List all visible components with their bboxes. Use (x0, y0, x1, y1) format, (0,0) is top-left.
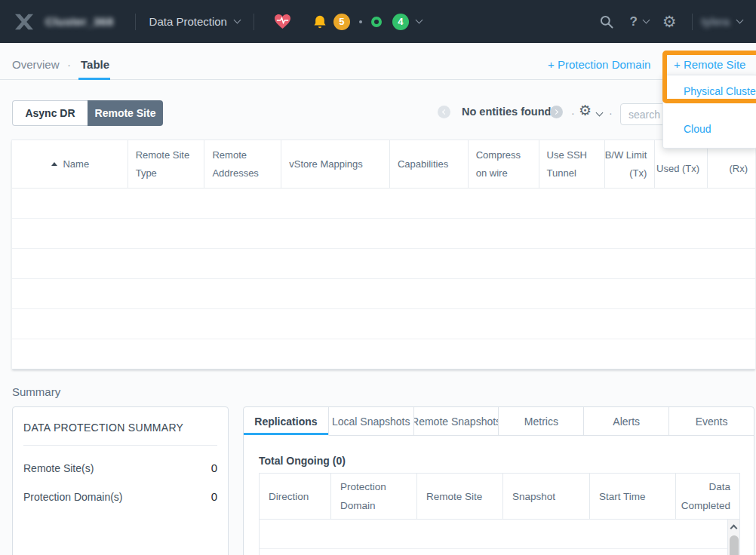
replications-table: Direction Protection Domain Remote Site … (259, 473, 740, 555)
chevron-right-icon (553, 109, 558, 115)
column-label-line: Type (136, 164, 197, 182)
async-dr-button[interactable]: Async DR (12, 100, 88, 126)
settings-gear-icon[interactable]: ⚙ (662, 14, 677, 29)
column-label-line: Completed (681, 496, 730, 515)
summary-row-value: 0 (211, 490, 217, 503)
column-header-capabilities[interactable]: Capabilities (389, 140, 468, 188)
summary-divider (23, 445, 217, 446)
active-tab-underline (78, 78, 110, 80)
chevron-down-icon[interactable] (596, 109, 604, 117)
column-label: (Rx) (729, 160, 748, 178)
dot-separator: · (609, 107, 613, 119)
column-header-start-time[interactable]: Start Time (590, 474, 676, 519)
tab-table[interactable]: Table (81, 58, 109, 71)
column-header-compress-on-wire[interactable]: Compress on wire (468, 140, 539, 188)
table-row (12, 249, 755, 279)
view-subnav: Overview · Table + Protection Domain + R… (0, 43, 756, 80)
section-menu[interactable]: Data Protection (149, 15, 240, 28)
tasks-ring-icon[interactable] (371, 17, 382, 27)
replications-header-row: Direction Protection Domain Remote Site … (260, 474, 739, 519)
column-label-line: Remote (212, 146, 273, 164)
menu-item-cloud[interactable]: Cloud (684, 123, 711, 135)
tab-replications[interactable]: Replications (244, 407, 329, 436)
alerts-count-badge[interactable]: 5 (333, 14, 350, 30)
table-row (12, 309, 755, 339)
navbar-divider (135, 14, 136, 30)
row-separator (260, 548, 727, 549)
next-page-button[interactable] (550, 106, 563, 118)
tab-metrics[interactable]: Metrics (499, 407, 584, 436)
chevron-down-icon[interactable] (642, 17, 650, 24)
dot-separator (359, 20, 362, 23)
empty-rows-area (260, 520, 727, 555)
column-header-data-completed[interactable]: Data Completed (676, 474, 739, 519)
remote-site-dropdown-menu: Physical Cluster Cloud (662, 75, 756, 149)
column-label-line: Use SSH (547, 146, 598, 164)
column-label-line: Remote Site (136, 146, 197, 164)
column-label: vStore Mappings (289, 155, 382, 173)
column-label-line: B/W Limit (605, 146, 647, 164)
table-settings-gear-icon[interactable]: ⚙ (579, 103, 592, 118)
column-header-direction[interactable]: Direction (260, 474, 331, 519)
column-header-vstore-mappings[interactable]: vStore Mappings (281, 140, 389, 188)
tasks-count-badge[interactable]: 4 (392, 14, 409, 30)
summary-row-remote-sites: Remote Site(s) 0 (23, 461, 217, 474)
column-header-remote-site[interactable]: Remote Site (417, 474, 503, 519)
search-icon[interactable] (599, 14, 614, 29)
data-protection-summary-card: DATA PROTECTION SUMMARY Remote Site(s) 0… (12, 406, 229, 555)
tab-remote-snapshots[interactable]: Remote Snapshots (414, 407, 499, 436)
health-heart-icon[interactable] (274, 14, 291, 29)
chevron-down-icon[interactable] (736, 17, 744, 24)
dot-separator: · (67, 58, 71, 71)
column-label-line: Domain (340, 496, 407, 515)
column-label: Capabilities (398, 155, 460, 173)
scroll-up-icon[interactable] (730, 525, 738, 532)
entities-status-text: No entities found (462, 106, 551, 118)
column-header-name[interactable]: Name (12, 140, 128, 188)
column-label: Snapshot (512, 487, 580, 506)
column-label-line: Protection (340, 477, 407, 496)
tab-alerts[interactable]: Alerts (584, 407, 669, 436)
summary-row-protection-domains: Protection Domain(s) 0 (23, 490, 217, 503)
prev-page-button[interactable] (438, 106, 450, 118)
chevron-down-icon (234, 17, 241, 24)
dr-type-segmented-control: Async DR Remote Site (12, 100, 163, 126)
column-label: Start Time (599, 487, 666, 506)
column-header-remote-addresses[interactable]: Remote Addresses (204, 140, 281, 188)
column-label-line: Data (708, 477, 730, 496)
column-label-line: Addresses (212, 164, 273, 182)
table-row (12, 189, 755, 219)
data-protection-page: Cluster_368 Data Protection 5 4 (0, 0, 756, 555)
nutanix-logo-icon[interactable] (14, 13, 35, 31)
summary-card-title: DATA PROTECTION SUMMARY (23, 422, 217, 434)
section-menu-label: Data Protection (149, 15, 227, 28)
alerts-bell-icon[interactable] (312, 14, 327, 29)
add-protection-domain-link[interactable]: + Protection Domain (548, 58, 650, 71)
cluster-name: Cluster_368 (45, 15, 114, 28)
chevron-down-icon[interactable] (416, 17, 423, 24)
details-panel: Replications Local Snapshots Remote Snap… (243, 406, 754, 555)
column-label: Direction (269, 487, 321, 506)
total-ongoing-heading: Total Ongoing (0) (259, 455, 754, 467)
column-label-line: Tunnel (547, 164, 598, 182)
tab-local-snapshots[interactable]: Local Snapshots (329, 407, 414, 436)
user-menu-name[interactable]: tylera (702, 16, 730, 28)
add-remote-site-link[interactable]: + Remote Site (674, 58, 745, 71)
menu-item-physical-cluster[interactable]: Physical Cluster (684, 85, 756, 97)
sort-asc-icon (51, 162, 57, 166)
column-header-remote-site-type[interactable]: Remote Site Type (128, 140, 204, 188)
dot-separator: · (571, 107, 575, 119)
column-header-use-ssh-tunnel[interactable]: Use SSH Tunnel (539, 140, 605, 188)
column-header-snapshot[interactable]: Snapshot (503, 474, 590, 519)
tab-overview[interactable]: Overview (12, 58, 60, 71)
remote-site-button[interactable]: Remote Site (88, 100, 163, 126)
column-header-bw-limit-tx[interactable]: B/W Limit (Tx) (604, 140, 654, 188)
column-header-protection-domain[interactable]: Protection Domain (331, 474, 417, 519)
summary-row-value: 0 (211, 461, 217, 474)
column-label-line: on wire (476, 164, 531, 182)
tab-events[interactable]: Events (669, 407, 754, 436)
summary-section-label: Summary (12, 385, 60, 398)
help-menu[interactable]: ? (629, 14, 637, 29)
vertical-scrollbar[interactable] (727, 520, 739, 555)
scrollbar-thumb[interactable] (730, 535, 739, 555)
